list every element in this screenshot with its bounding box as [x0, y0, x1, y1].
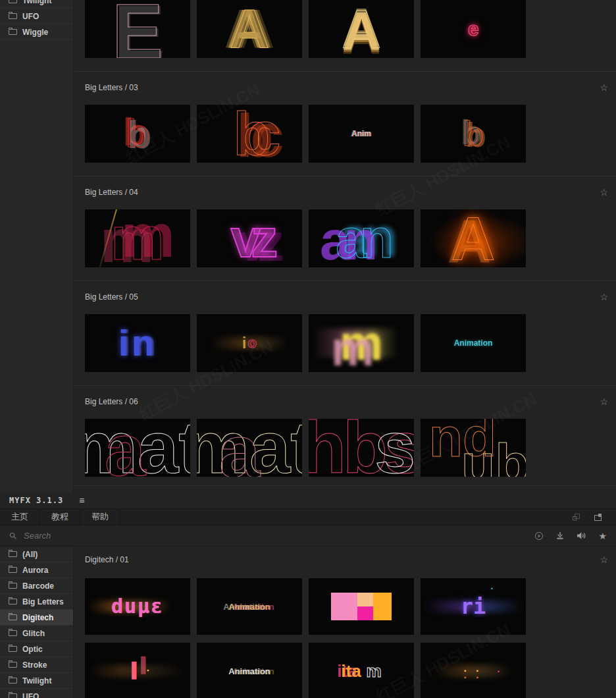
preset-thumbnail[interactable]: Anim	[309, 105, 414, 163]
preset-thumbnail[interactable]: E	[85, 0, 190, 58]
sidebar-item-barcode[interactable]: Barcode	[0, 578, 73, 594]
preset-thumbnail[interactable]: nd ub	[421, 419, 526, 477]
sidebar-item-label: Optic	[22, 645, 43, 654]
nav-tabbar: 主页 教程 帮助	[0, 508, 616, 525]
sidebar-item-aurora[interactable]: Aurora	[0, 562, 73, 578]
sidebar-item-twilight[interactable]: Twilight	[0, 673, 73, 689]
thumbnail-row: mat a mat a hbs s nd ub	[74, 419, 616, 477]
preset-art: in	[118, 325, 157, 362]
preset-section: Big Letters / 05 ☆ in i o m m Ani	[74, 281, 616, 372]
preset-art: Animation	[228, 603, 270, 611]
preset-art: b	[126, 114, 150, 153]
sidebar-item-label: Twilight	[22, 676, 51, 685]
preset-section: Big Letters / 06 ☆ mat a mat a hbs s nd	[74, 385, 616, 477]
preset-thumbnail[interactable]: duμε	[85, 578, 190, 635]
section-header: Big Letters / 04 ☆	[74, 184, 616, 200]
expand-panel-icon[interactable]	[594, 513, 603, 522]
preset-art: s	[374, 419, 414, 477]
preset-art: m	[367, 662, 382, 680]
preset-art: m	[331, 325, 374, 372]
tab-home[interactable]: 主页	[0, 509, 40, 525]
preset-thumbnail[interactable]: vz	[197, 209, 302, 267]
tab-help[interactable]: 帮助	[80, 509, 120, 525]
sound-speaker-icon[interactable]	[577, 531, 586, 540]
sidebar-item-all[interactable]: (All)	[0, 547, 73, 562]
folder-icon	[9, 693, 17, 698]
preset-thumbnail[interactable]: e	[421, 0, 526, 58]
favorite-star-icon[interactable]: ☆	[600, 396, 608, 407]
preset-thumbnail[interactable]: in	[85, 314, 190, 372]
preset-thumbnail[interactable]: m m	[309, 314, 414, 372]
preset-thumbnail[interactable]: bc	[197, 105, 302, 163]
sidebar-item-optic[interactable]: Optic	[0, 641, 73, 657]
preset-art: ri	[461, 596, 486, 617]
preview-play-icon[interactable]	[534, 531, 544, 541]
favorite-star-icon[interactable]: ☆	[600, 554, 608, 565]
preset-thumbnail[interactable]: ▍ ▪	[85, 643, 190, 698]
sidebar-item-twilight[interactable]: Twilight	[0, 0, 73, 9]
folder-icon	[9, 662, 17, 668]
preset-thumbnail[interactable]: A	[421, 209, 526, 267]
preset-thumbnail[interactable]: b	[421, 105, 526, 163]
favorite-star-icon[interactable]: ☆	[600, 82, 608, 93]
search-input[interactable]	[22, 530, 528, 541]
preset-thumbnail[interactable]: ri ▪	[421, 578, 526, 635]
preset-thumbnail[interactable]: b	[85, 105, 190, 163]
preset-thumbnail[interactable]: A	[309, 0, 414, 58]
sidebar-item-ufo[interactable]: UFO	[0, 9, 73, 24]
preset-thumbnail[interactable]: mat a	[85, 419, 190, 477]
folder-icon	[9, 551, 17, 557]
preset-thumbnail[interactable]: hbs s	[309, 419, 414, 477]
section-header: Big Letters / 05 ☆	[74, 289, 616, 305]
favorites-filter-icon[interactable]: ★	[598, 531, 607, 541]
sidebar-item-label: Glitch	[22, 629, 45, 638]
sidebar-item-wiggle[interactable]: Wiggle	[0, 24, 73, 40]
plugin-titlebar: MYFX 3.1.3 ≡	[0, 493, 616, 508]
preset-thumbnail[interactable]: ita m	[309, 643, 414, 698]
preset-thumbnail[interactable]	[309, 578, 414, 635]
preset-thumbnail[interactable]: Animation	[197, 578, 302, 635]
sidebar-item-glitch[interactable]: Glitch	[0, 626, 73, 641]
presets-grid: E A A e Big Letters / 03 ☆ b	[74, 0, 616, 493]
preset-art: Anim	[351, 130, 371, 138]
folder-icon	[9, 646, 17, 652]
preset-art: vz	[230, 211, 268, 265]
tab-tutorial[interactable]: 教程	[40, 509, 80, 525]
folder-icon	[9, 0, 17, 3]
preset-thumbnail[interactable]: Animation	[197, 643, 302, 698]
preset-thumbnail[interactable]: mat a	[197, 419, 302, 477]
presets-grid: Digitech / 01 ☆ duμε Animation ri ▪	[74, 547, 616, 698]
section-title: Big Letters / 03	[85, 83, 138, 92]
panel-content: (All) Aurora Barcode Big Letters Digitec…	[0, 547, 616, 698]
hamburger-menu-icon[interactable]: ≡	[79, 495, 84, 506]
preset-art: an	[336, 211, 387, 266]
preset-thumbnail[interactable]: ▪ ▪ ▪	[421, 643, 526, 698]
sidebar-item-label: Barcode	[22, 581, 54, 591]
favorite-star-icon[interactable]: ☆	[600, 187, 608, 198]
sidebar-item-stroke[interactable]: Stroke	[0, 657, 73, 673]
apply-install-icon[interactable]	[555, 531, 565, 541]
preset-art: A	[230, 1, 270, 57]
search-bar: ★	[0, 525, 616, 547]
preset-thumbnail[interactable]: i o	[197, 314, 302, 372]
preset-thumbnail[interactable]: an	[309, 209, 414, 267]
collapse-panel-icon[interactable]	[572, 513, 580, 522]
preset-art: i	[242, 336, 246, 351]
preset-thumbnail[interactable]: m	[85, 209, 190, 267]
preset-art: o	[247, 336, 256, 350]
sidebar-item-big-letters[interactable]: Big Letters	[0, 594, 73, 610]
favorite-star-icon[interactable]: ☆	[600, 292, 608, 302]
presets-panel-bottom: MYFX 3.1.3 ≡ 主页 教程 帮助 ★	[0, 493, 616, 698]
plugin-title: MYFX 3.1.3	[9, 496, 63, 505]
preset-thumbnail[interactable]: A	[197, 0, 302, 58]
thumbnail-row: ▍ ▪ Animation ita m ▪ ▪ ▪	[74, 643, 616, 698]
sidebar-item-digitech[interactable]: Digitech	[0, 610, 73, 626]
sidebar-item-ufo[interactable]: UFO	[0, 689, 73, 698]
preset-art: ▪	[498, 669, 500, 674]
section-title: Big Letters / 05	[85, 292, 138, 302]
preset-thumbnail[interactable]: Animation	[421, 314, 526, 372]
preset-art: a	[105, 419, 145, 477]
preset-art: ub	[461, 436, 526, 477]
section-header: Big Letters / 03 ☆	[74, 80, 616, 95]
section-divider	[74, 485, 616, 493]
